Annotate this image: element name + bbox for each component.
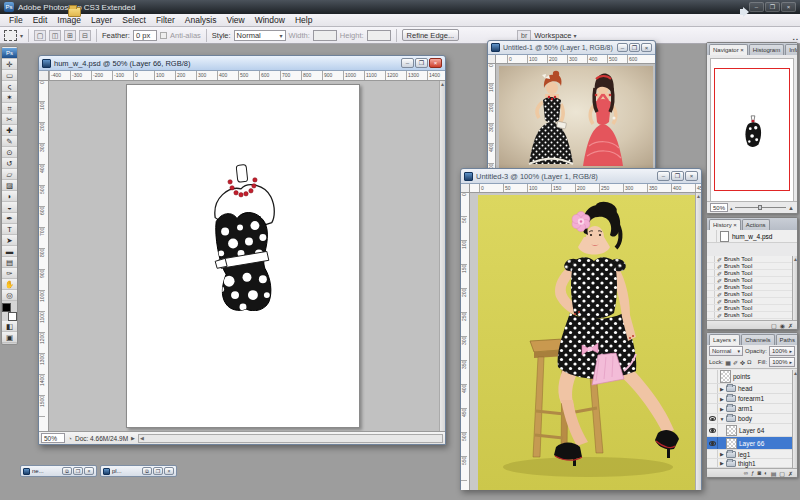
feather-input[interactable]: 0 px [133, 30, 157, 41]
selection-subtract-icon[interactable]: ⊞ [64, 30, 76, 41]
menu-select[interactable]: Select [117, 15, 151, 25]
doc1-canvas-page[interactable] [126, 84, 360, 428]
visibility-toggle[interactable] [707, 414, 718, 423]
maximize-button[interactable]: ❐ [153, 467, 163, 475]
new-layer-icon[interactable]: ▢ [779, 470, 785, 477]
expand-icon[interactable]: ▶ [718, 386, 726, 392]
lock-pixels-icon[interactable]: ✐ [733, 359, 738, 366]
visibility-toggle[interactable] [707, 404, 718, 413]
tab-info[interactable]: Info [785, 44, 798, 55]
doc1-status-menu-icon[interactable]: ◔ [68, 435, 72, 442]
doc2-canvas-area[interactable] [496, 64, 655, 170]
tool-preset-dropdown-icon[interactable]: ▾ [20, 32, 23, 39]
refine-edge-button[interactable]: Refine Edge... [402, 29, 460, 41]
close-button[interactable]: × [84, 467, 94, 475]
layer-mask-icon[interactable]: ◙ [757, 470, 761, 476]
zoom-in-mountain-icon[interactable]: ▲ [788, 205, 794, 211]
expand-icon[interactable]: ▶ [718, 460, 726, 466]
anti-alias-checkbox[interactable] [160, 32, 167, 39]
layer-group-body[interactable]: ▼body [707, 414, 792, 424]
app-maximize-button[interactable]: ❐ [765, 2, 780, 12]
navigator-zoom-slider[interactable] [735, 207, 787, 208]
adjustment-layer-icon[interactable]: ◐ [764, 470, 768, 476]
slice-tool[interactable]: ✂ [2, 114, 17, 125]
layer-group-arm1[interactable]: ▶arm1 [707, 404, 792, 414]
eraser-tool[interactable]: ▱ [2, 169, 17, 180]
menu-analysis[interactable]: Analysis [180, 15, 222, 25]
doc3-close-button[interactable]: × [685, 171, 698, 181]
menu-filter[interactable]: Filter [151, 15, 180, 25]
style-select[interactable]: Normal▾ [234, 30, 286, 41]
pen-tool[interactable]: ✒ [2, 213, 17, 224]
visibility-toggle[interactable] [707, 424, 718, 436]
doc1-close-button[interactable]: × [429, 58, 442, 68]
visibility-toggle[interactable] [707, 384, 718, 393]
app-titlebar[interactable]: Ps Adobe Photoshop CS3 Extended – ❐ × [0, 0, 800, 14]
menu-edit[interactable]: Edit [28, 15, 53, 25]
hand-tool[interactable]: ✋ [2, 279, 17, 290]
volume-icon[interactable] [740, 9, 744, 15]
opacity-input[interactable]: 100%▸ [769, 346, 795, 356]
collapse-icon[interactable]: ▼ [718, 416, 726, 422]
blend-mode-select[interactable]: Normal▾ [709, 346, 743, 356]
menu-view[interactable]: View [221, 15, 249, 25]
tool-preset-icon[interactable] [4, 30, 17, 41]
restore-button[interactable]: ⧉ [62, 467, 72, 475]
lock-transparency-icon[interactable]: ▦ [725, 359, 731, 366]
tab-histogram[interactable]: Histogram [749, 44, 784, 55]
navigator-preview[interactable] [710, 58, 794, 204]
crop-tool[interactable]: ⌗ [2, 103, 17, 114]
menu-window[interactable]: Window [250, 15, 290, 25]
new-document-from-state-icon[interactable]: ▢ [771, 322, 777, 329]
visibility-toggle[interactable] [707, 450, 718, 458]
shape-tool[interactable]: ▬ [2, 246, 17, 257]
doc3-minimize-button[interactable]: – [657, 171, 670, 181]
minimized-document-1[interactable]: ne... ⧉ ❐ × [20, 465, 97, 477]
doc3-vertical-scrollbar[interactable]: ▲ [695, 193, 701, 490]
doc1-horizontal-scrollbar[interactable]: ◀ [138, 434, 443, 443]
menu-help[interactable]: Help [290, 15, 317, 25]
height-input[interactable] [367, 30, 391, 41]
doc1-maximize-button[interactable]: ❐ [415, 58, 428, 68]
expand-icon[interactable]: ▶ [718, 396, 726, 402]
layer-row-points[interactable]: points [707, 370, 792, 384]
doc1-status-arrow-icon[interactable]: ▶ [131, 435, 135, 441]
clone-stamp-tool[interactable]: ⊙ [2, 147, 17, 158]
delete-state-icon[interactable]: ✗ [788, 322, 793, 329]
maximize-button[interactable]: ❐ [73, 467, 83, 475]
menu-image[interactable]: Image [52, 15, 86, 25]
doc3-maximize-button[interactable]: ❐ [671, 171, 684, 181]
color-swatches[interactable] [2, 303, 17, 321]
doc1-zoom-input[interactable]: 50% [41, 433, 65, 443]
tab-channels[interactable]: Channels [741, 334, 774, 345]
tab-paths[interactable]: Paths [776, 334, 798, 345]
menu-layer[interactable]: Layer [86, 15, 117, 25]
visibility-toggle[interactable] [707, 459, 718, 467]
brush-tool[interactable]: ✎ [2, 136, 17, 147]
selection-add-icon[interactable]: ◫ [49, 30, 61, 41]
menu-file[interactable]: File [4, 15, 28, 25]
layer-group-head[interactable]: ▶head [707, 384, 792, 394]
selection-intersect-icon[interactable]: ⊟ [79, 30, 91, 41]
foreground-color-swatch[interactable] [2, 303, 11, 312]
doc1-vertical-scrollbar[interactable]: ▲ [439, 81, 445, 433]
doc3-titlebar[interactable]: Untitled-3 @ 100% (Layer 1, RGB/8) – ❐ × [461, 169, 701, 184]
path-selection-tool[interactable]: ➤ [2, 235, 17, 246]
doc2-maximize-button[interactable]: ❐ [629, 43, 640, 52]
blur-tool[interactable]: ◗ [2, 191, 17, 202]
selection-new-icon[interactable]: ▢ [34, 30, 46, 41]
new-snapshot-icon[interactable]: ◉ [780, 322, 785, 329]
visibility-toggle[interactable] [707, 437, 718, 449]
layer-group-leg1[interactable]: ▶leg1 [707, 450, 792, 459]
doc3-canvas-area[interactable] [470, 193, 696, 490]
app-close-button[interactable]: × [781, 2, 796, 12]
doc2-titlebar[interactable]: Untitled-1 @ 50% (Layer 1, RGB/8) – ❐ × [488, 41, 655, 55]
expand-icon[interactable]: ▶ [718, 406, 726, 412]
screen-mode-icon[interactable]: ▣ [2, 332, 17, 343]
lasso-tool[interactable]: ς [2, 81, 17, 92]
doc2-close-button[interactable]: × [641, 43, 652, 52]
tab-actions[interactable]: Actions [742, 219, 770, 230]
history-snapshot-row[interactable]: hum_w_4.psd [707, 230, 797, 243]
tab-navigator[interactable]: Navigator × [709, 44, 748, 55]
close-button[interactable]: × [164, 467, 174, 475]
